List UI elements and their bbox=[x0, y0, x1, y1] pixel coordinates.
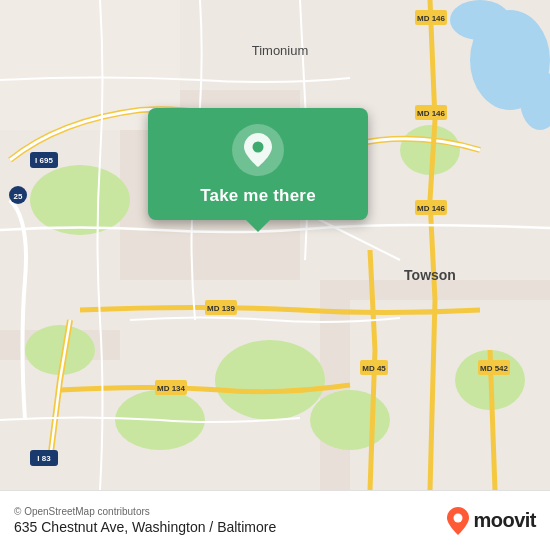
svg-text:Timonium: Timonium bbox=[252, 43, 309, 58]
svg-text:I 83: I 83 bbox=[37, 454, 51, 463]
take-me-there-label: Take me there bbox=[200, 186, 316, 206]
moovit-logo[interactable]: moovit bbox=[447, 507, 536, 535]
location-icon-container bbox=[232, 124, 284, 176]
svg-rect-7 bbox=[0, 360, 130, 490]
svg-point-41 bbox=[454, 513, 463, 522]
svg-text:MD 146: MD 146 bbox=[417, 109, 446, 118]
svg-text:MD 146: MD 146 bbox=[417, 14, 446, 23]
svg-text:MD 45: MD 45 bbox=[362, 364, 386, 373]
svg-point-13 bbox=[310, 390, 390, 450]
location-pin-icon bbox=[244, 133, 272, 167]
address-label: 635 Chestnut Ave, Washington / Baltimore bbox=[14, 519, 276, 535]
svg-text:25: 25 bbox=[14, 192, 23, 201]
map-area: I 695 MD 146 MD 146 MD 146 MD 139 MD 134… bbox=[0, 0, 550, 490]
info-left: © OpenStreetMap contributors 635 Chestnu… bbox=[14, 506, 276, 535]
osm-attribution: © OpenStreetMap contributors bbox=[14, 506, 276, 517]
moovit-brand-text: moovit bbox=[473, 509, 536, 532]
svg-text:MD 139: MD 139 bbox=[207, 304, 236, 313]
svg-point-10 bbox=[215, 340, 325, 420]
moovit-pin-icon bbox=[447, 507, 469, 535]
svg-point-8 bbox=[30, 165, 130, 235]
svg-text:MD 146: MD 146 bbox=[417, 204, 446, 213]
svg-text:MD 134: MD 134 bbox=[157, 384, 186, 393]
svg-text:MD 542: MD 542 bbox=[480, 364, 509, 373]
navigation-popup[interactable]: Take me there bbox=[148, 108, 368, 220]
info-bar: © OpenStreetMap contributors 635 Chestnu… bbox=[0, 490, 550, 550]
svg-point-40 bbox=[253, 142, 264, 153]
svg-text:Towson: Towson bbox=[404, 267, 456, 283]
svg-point-16 bbox=[450, 0, 510, 40]
svg-text:I 695: I 695 bbox=[35, 156, 53, 165]
